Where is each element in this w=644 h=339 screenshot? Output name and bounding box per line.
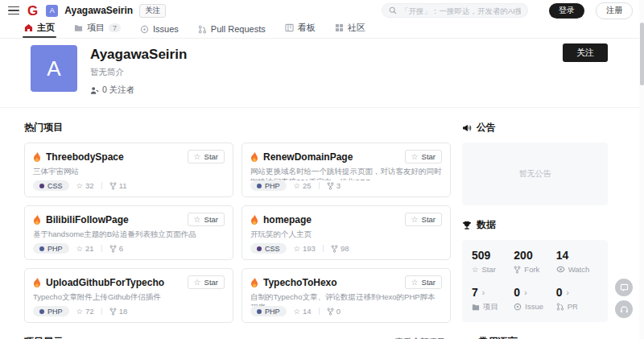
tab-issues[interactable]: Issues [140,24,179,38]
star-button[interactable]: ☆ Star [188,150,225,163]
view-all-projects-link[interactable]: 查看全部项目 › [395,337,451,339]
search-input[interactable] [401,6,521,15]
menu-icon[interactable] [8,6,19,15]
page-scrollbar[interactable] [639,0,644,339]
tab-projects[interactable]: 项目 7 [74,22,121,38]
star-outline-icon: ☆ [194,153,201,161]
tab-pull-requests[interactable]: Pull Requests [198,24,266,38]
hot-flame-icon [33,278,41,287]
project-meta: PHP ☆ 25 3 [250,180,442,191]
project-card: ThreebodySpace ☆ Star 三体宇宙网站 CSS [24,143,233,197]
star-count[interactable]: ☆ 14 [294,307,312,316]
star-count[interactable]: ☆ 25 [294,181,312,190]
hot-flame-icon [33,215,41,225]
scrollbar-thumb[interactable] [640,23,644,85]
project-description: 开玩笑的个人主页 [250,229,442,243]
star-button[interactable]: ☆ Star [405,150,442,163]
language-dot [257,309,262,314]
showcase-title: 项目展示 [24,335,63,339]
user-avatar-large: A [31,45,77,92]
project-name[interactable]: BilibiliFollowPage [46,214,183,225]
star-count[interactable]: ☆ 193 [294,244,316,253]
gitee-logo[interactable]: G [27,4,38,18]
chevron-right-icon[interactable]: › [524,288,526,297]
star-button[interactable]: ☆ Star [405,275,442,289]
tab-home[interactable]: 主页 [24,22,55,38]
stats-box: 509 ☆ Star 200 Fork 14 [462,240,608,322]
top-bar: G A AyagawaSeirin 关注 登录 注册 [0,0,644,21]
support-float-button[interactable] [615,300,633,318]
fork-count[interactable]: 98 [331,244,349,253]
star-count[interactable]: ☆ 72 [76,307,94,316]
project-description: 基于handsome主题的B站追番列表独立页面作品 [33,229,225,243]
profile-header: A AyagawaSeirin 暂无简介 0 关注者 关注 [0,39,644,107]
project-description: 网站更换域名时给一个跳转提示页面，对访客友好的同时蜘蛛访问直接301重定向，优化… [250,167,442,180]
search-icon [389,6,397,14]
headset-icon [620,305,629,314]
project-name[interactable]: UploadGithubForTypecho [46,277,183,288]
announcement-empty-text: 暂无公告 [519,168,551,180]
stat-projects[interactable]: 7 › 项目 [472,286,514,312]
star-button[interactable]: ☆ Star [188,275,225,289]
stat-fork: 200 Fork [514,249,555,274]
project-meta: CSS ☆ 193 [250,243,442,254]
stat-prs[interactable]: 0 › PR [556,286,598,312]
star-outline-icon: ☆ [76,181,84,190]
project-name[interactable]: homepage [263,214,400,225]
board-icon [285,23,294,32]
star-button[interactable]: ☆ Star [188,213,225,226]
stats-section-title: 数据 [462,218,608,232]
announcement-empty-box: 暂无公告 [462,143,608,205]
star-outline-icon: ☆ [294,307,301,316]
feedback-float-button[interactable] [615,279,633,296]
star-count[interactable]: ☆ 32 [76,181,94,190]
language-dot [39,184,44,188]
header-username[interactable]: AyagawaSeirin [64,5,133,16]
fork-count[interactable]: 11 [109,181,127,190]
project-meta: PHP ☆ 14 0 [250,306,442,316]
followers-row[interactable]: 0 关注者 [90,85,187,96]
project-card: TypechoToHexo ☆ Star 自制的Typecho文章、评论数据迁移… [242,268,451,323]
fork-count[interactable]: 3 [327,181,341,190]
popular-projects-title: 热门项目 [24,121,451,134]
user-avatar-small[interactable]: A [46,5,58,17]
languages-section-title: { } 常用语言 [462,335,608,339]
watch-eye-icon [556,266,565,273]
fork-icon [514,266,521,274]
fork-icon [327,308,334,316]
language-pill: PHP [33,243,69,254]
tab-board[interactable]: 看板 [285,22,316,38]
project-card: UploadGithubForTypecho ☆ Star Typecho文章附… [24,268,233,323]
star-outline-icon: ☆ [411,279,419,287]
stat-issues[interactable]: 0 › Issue [514,286,555,312]
chevron-right-icon[interactable]: › [566,288,568,297]
chevron-right-icon[interactable]: › [482,288,485,297]
hot-flame-icon [250,152,258,162]
language-dot [257,246,262,251]
fork-icon [109,308,117,316]
project-meta: CSS ☆ 32 1 [33,180,225,191]
search-box[interactable] [382,3,528,18]
follow-button[interactable]: 关注 [563,43,608,62]
community-icon [335,23,344,32]
login-button[interactable]: 登录 [549,3,584,19]
fork-count[interactable]: 18 [109,307,128,316]
announcement-section-title: 公告 [462,121,608,134]
star-button[interactable]: ☆ Star [405,213,442,226]
fork-count[interactable]: 0 [327,307,341,316]
star-count[interactable]: ☆ 21 [76,244,94,253]
header-follow-chip[interactable]: 关注 [139,4,166,18]
language-dot [257,184,262,188]
followers-count: 0 关注者 [102,85,134,96]
project-name[interactable]: ThreebodySpace [46,151,183,163]
fork-icon [327,182,334,190]
project-name[interactable]: TypechoToHexo [263,277,400,288]
project-name[interactable]: RenewDomainPage [263,151,400,163]
language-dot [39,246,44,251]
fork-count[interactable]: 6 [109,244,123,253]
profile-tabs: 主页 项目 7 Issues Pull Requests 看板 社区 [0,21,644,39]
tab-community[interactable]: 社区 [335,22,365,38]
register-button[interactable]: 注册 [596,2,633,19]
project-description: Typecho文章附件上传Github伴侣插件 [33,292,225,306]
star-outline-icon: ☆ [294,181,301,190]
